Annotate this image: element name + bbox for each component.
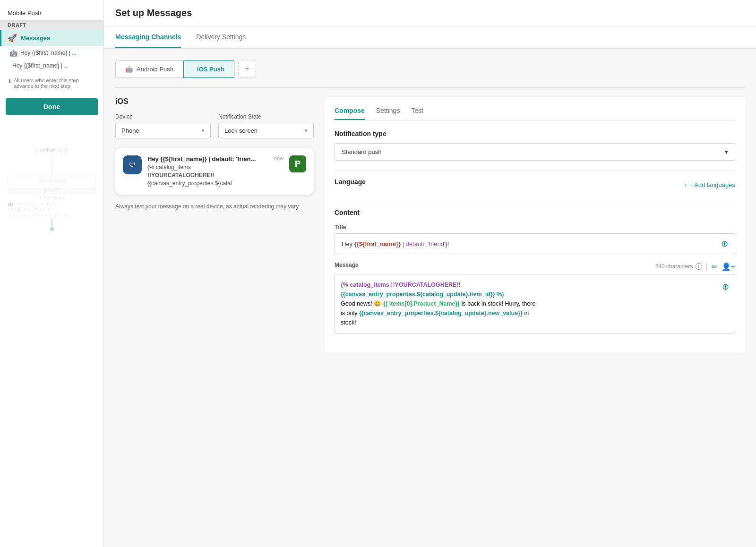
chevron-down-icon-2: ▾ <box>305 128 308 134</box>
sidebar-item-messages[interactable]: 🚀 Messages <box>0 30 103 46</box>
preview-title: Hey {{${first_name}} | default: 'frien..… <box>147 155 256 162</box>
ios-left-panel: iOS Device Phone ▾ Notification State Lo… <box>115 97 314 352</box>
device-label: Device <box>115 113 211 120</box>
page-header: Set up Messages <box>104 0 756 26</box>
preview-hint: Always test your message on a real devic… <box>115 202 314 211</box>
language-section: Language + + Add languages <box>335 178 735 191</box>
message-textarea[interactable]: ⊕ {% catalog_items !!YOURCATALOGHERE!! {… <box>335 274 735 333</box>
notification-type-label: Notification type <box>335 130 735 137</box>
message-field-label: Message <box>335 262 359 268</box>
add-channel-button[interactable]: + <box>238 60 256 78</box>
device-notification-row: Device Phone ▾ Notification State Lock s… <box>115 113 314 138</box>
preview-app-svg: 🛡 <box>126 158 139 171</box>
android-icon: 🤖 <box>9 49 17 57</box>
device-group: Device Phone ▾ <box>115 113 211 138</box>
ios-right-panel: Compose Settings Test Notification type … <box>325 97 745 352</box>
language-label: Language <box>335 178 366 186</box>
compose-panel: Compose Settings Test Notification type … <box>325 97 745 352</box>
message-header: Message 240 characters i | ✏ 👤+ <box>335 262 735 271</box>
sidebar-messages-label: Messages <box>21 34 50 42</box>
sidebar-footer-text: ⬇ All users who enter this step advance … <box>0 74 103 93</box>
edit-icon[interactable]: ✏ <box>712 262 718 271</box>
title-add-icon[interactable]: ⊕ <box>721 239 728 249</box>
preview-p-icon: P <box>289 155 306 172</box>
notification-type-section: Notification type Standard push ▾ <box>335 130 735 161</box>
page-title: Set up Messages <box>115 8 745 18</box>
sidebar-sub-android[interactable]: 🤖 Hey {{$first_name} | ... <box>0 46 103 60</box>
chevron-down-icon-3: ▾ <box>725 148 728 155</box>
preview-time: now <box>274 155 284 161</box>
char-count: 240 characters i <box>655 263 702 270</box>
sidebar-sub-android-label: Hey {{$first_name} | ... <box>20 50 77 56</box>
notification-state-value: Lock screen <box>224 127 258 134</box>
notification-type-value: Standard push <box>342 148 382 155</box>
sidebar-sub-ios-label: Hey {{$first_name} | ... <box>12 62 69 69</box>
preview-app-icon: 🛡 <box>123 155 142 174</box>
channel-selector: 🤖 Android Push iOS Push + <box>115 60 745 78</box>
chevron-down-icon: ▾ <box>202 128 205 134</box>
title-text-content: Hey {{${first_name}} | default: 'friend'… <box>342 240 721 248</box>
mini-canvas-area: 1 Mobile Push Mobile Push DRAFT ✈ Messag… <box>0 140 103 239</box>
notification-state-select[interactable]: Lock screen ▾ <box>218 123 314 138</box>
content-section: Content Title Hey {{${first_name}} | def… <box>335 209 735 333</box>
info-icon: i <box>696 263 702 270</box>
ios-push-button[interactable]: iOS Push <box>183 60 234 78</box>
compose-tab-test[interactable]: Test <box>411 107 423 120</box>
device-select[interactable]: Phone ▾ <box>115 123 211 138</box>
preview-header: 🛡 Hey {{${first_name}} | default: 'frien… <box>123 155 306 187</box>
ios-title: iOS <box>115 97 314 106</box>
add-person-icon[interactable]: 👤+ <box>722 262 735 271</box>
main-tabs-bar: Messaging Channels Delivery Settings <box>104 26 756 49</box>
tab-messaging-channels[interactable]: Messaging Channels <box>115 26 181 48</box>
msg-plus-icon[interactable]: ⊕ <box>722 280 729 294</box>
divider-2 <box>335 201 735 201</box>
language-row: Language + + Add languages <box>335 178 735 191</box>
rocket-icon: 🚀 <box>8 34 17 43</box>
title-input[interactable]: Hey {{${first_name}} | default: 'friend'… <box>335 233 735 254</box>
device-value: Phone <box>121 127 139 134</box>
plus-icon-lang: + <box>684 181 687 188</box>
notification-state-label: Notification State <box>218 113 314 120</box>
add-language-button[interactable]: + + Add languages <box>684 181 735 188</box>
sidebar-sub-ios[interactable]: Hey {{$first_name} | ... <box>0 60 103 72</box>
title-field-label: Title <box>335 224 735 231</box>
compose-tab-compose[interactable]: Compose <box>335 107 365 120</box>
content-area: 🤖 Android Push iOS Push + iOS Device <box>104 49 756 547</box>
content-label: Content <box>335 209 735 216</box>
sidebar-draft-label: DRAFT <box>0 20 103 30</box>
android-push-button[interactable]: 🤖 Android Push <box>115 60 183 78</box>
ios-section: iOS Device Phone ▾ Notification State Lo… <box>115 97 745 352</box>
android-push-icon: 🤖 <box>125 66 133 73</box>
preview-body: {% catalog_items !!YOURCATALOGHERE!! {{c… <box>147 163 284 187</box>
push-preview-card: 🛡 Hey {{${first_name}} | default: 'frien… <box>115 148 314 195</box>
tab-delivery-settings[interactable]: Delivery Settings <box>196 26 246 48</box>
compose-tab-settings[interactable]: Settings <box>376 107 400 120</box>
plus-icon: + <box>245 64 250 74</box>
compose-tabs: Compose Settings Test <box>335 107 735 120</box>
notification-state-group: Notification State Lock screen ▾ <box>218 113 314 138</box>
sidebar: Mobile Push DRAFT 🚀 Messages 🤖 Hey {{$fi… <box>0 0 104 547</box>
preview-text-content: Hey {{${first_name}} | default: 'frien..… <box>147 155 284 187</box>
svg-text:🛡: 🛡 <box>129 161 136 169</box>
sidebar-app-title: Mobile Push <box>0 6 103 20</box>
done-button[interactable]: Done <box>6 98 98 115</box>
notification-type-select[interactable]: Standard push ▾ <box>335 143 735 161</box>
main-area: Set up Messages Messaging Channels Deliv… <box>104 0 756 547</box>
divider-1 <box>335 170 735 171</box>
